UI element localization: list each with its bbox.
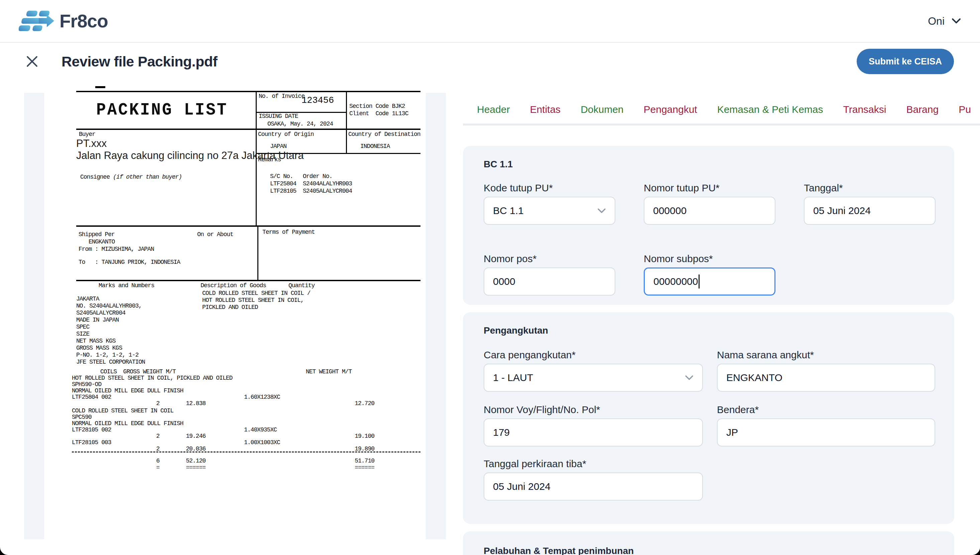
page-title: Review file Packing.pdf <box>61 53 217 70</box>
tab-dokumen[interactable]: Dokumen <box>581 104 623 125</box>
tanggal-input[interactable]: 05 Juni 2024 <box>804 197 935 225</box>
nomor-pos-label: Nomor pos* <box>484 253 615 265</box>
doc-col-desc: Description of Goods <box>201 282 266 289</box>
doc-qty-row: 220.03619.890 <box>72 446 420 452</box>
pdf-viewer-right-gutter[interactable] <box>426 93 446 539</box>
doc-issuing-value: OSAKA, May. 24, 2024 <box>267 120 333 127</box>
doc-buyer-name: PT.xxx <box>76 138 107 149</box>
doc-qty-row: 219.24619.100 <box>72 433 420 440</box>
titlebar: Review file Packing.pdf Submit ke CEISA <box>0 43 980 80</box>
kode-tutup-pu-label: Kode tutup PU* <box>484 182 615 194</box>
nama-sarana-angkut-label: Nama sarana angkut* <box>717 349 935 361</box>
user-menu[interactable]: Oni <box>928 15 961 27</box>
doc-buyer-label: Buyer <box>79 131 95 138</box>
tab-transaksi[interactable]: Transaksi <box>843 104 887 125</box>
doc-weights-left-header: COILS GROSS WEIGHT M/T <box>100 368 175 375</box>
doc-qty-row: HOT ROLLED STEEL SHEET IN COIL, PICKLED … <box>72 375 420 381</box>
doc-rule <box>76 91 420 92</box>
pdf-viewer-panel: PACKING LIST No. of Invoice 123456 ISSUI… <box>24 77 446 539</box>
doc-invoice-no: 123456 <box>301 96 334 106</box>
tab-pengangkut[interactable]: Pengangkut <box>644 104 697 125</box>
doc-rule <box>76 128 420 130</box>
nomor-voy-label: Nomor Voy/Flight/No. Pol* <box>484 404 703 416</box>
doc-rule <box>76 225 420 227</box>
app-window: Fr8co Oni Review file Packing.pdf Submit… <box>0 0 980 555</box>
bendera-input[interactable]: JP <box>717 419 935 446</box>
doc-shipped-label: Shipped Per <box>79 231 115 238</box>
doc-weights-right-header: NET WEIGHT M/T <box>306 368 352 375</box>
tab-barang[interactable]: Barang <box>906 104 938 125</box>
chevron-down-icon <box>597 208 606 213</box>
cara-pengangkutan-label: Cara pengangkutan* <box>484 349 703 361</box>
nomor-tutup-pu-input[interactable]: 000000 <box>644 197 776 225</box>
doc-desc-line: HOT ROLLED STEEL SHEET IN COIL, <box>202 297 304 303</box>
doc-marks-line: NO. S2404ALALYHR003, <box>76 303 142 309</box>
packing-list-document: PACKING LIST No. of Invoice 123456 ISSUI… <box>47 77 425 539</box>
submit-ceisa-button[interactable]: Submit ke CEISA <box>857 49 954 74</box>
doc-invoice-label: No. of Invoice <box>259 93 304 99</box>
doc-remarks-line: LTF25804 S2404ALALYHR003 <box>270 180 352 187</box>
doc-total-row: 652.12051.710 <box>72 457 420 464</box>
doc-qty-row: LTF25804 0021.60X1238XC <box>72 394 420 400</box>
doc-on-or-about-label: On or About <box>197 231 233 238</box>
doc-marks-line: S2405ALALYCR004 <box>76 310 126 316</box>
nomor-subpos-input[interactable]: 00000000 <box>644 268 776 295</box>
doc-marks-line: NET MASS KGS <box>76 338 116 344</box>
card-pelabuhan: Pelabuhan & Tempat penimbunan <box>463 531 954 555</box>
doc-issuing-label: ISSUING DATE <box>259 113 298 120</box>
doc-marks-line: SIZE <box>76 330 89 337</box>
kode-tutup-pu-select[interactable]: BC 1.1 <box>484 197 615 225</box>
doc-remarks-head: S/C No. Order No. <box>270 173 332 180</box>
fr8co-logo[interactable]: Fr8co <box>19 10 108 33</box>
doc-col-qty: Quantity <box>288 282 314 289</box>
card-pelabuhan-title: Pelabuhan & Tempat penimbunan <box>484 545 935 555</box>
nomor-tutup-pu-label: Nomor tutup PU* <box>644 182 776 194</box>
navbar: Fr8co Oni <box>0 0 980 43</box>
doc-from-line: From : MIZUSHIMA, JAPAN <box>79 246 154 252</box>
tab-kemasan-peti-kemas[interactable]: Kemasan & Peti Kemas <box>717 104 823 125</box>
tab-entitas[interactable]: Entitas <box>530 104 560 125</box>
doc-client-code: Client Code 1L13C <box>349 110 408 117</box>
doc-origin-label: Country of Origin <box>258 131 314 138</box>
doc-destination-label: Country of Destination <box>348 131 420 138</box>
bendera-label: Bendera* <box>717 404 935 416</box>
doc-shipped-value: ENGKANTO <box>89 239 115 245</box>
cara-pengangkutan-select[interactable]: 1 - LAUT <box>484 364 703 392</box>
doc-qty-row: NORMAL OILED MILL EDGE DULL FINISH <box>72 387 420 394</box>
doc-title: PACKING LIST <box>96 100 228 120</box>
doc-consignee-label: Consignee (if other than buyer) <box>80 174 182 180</box>
close-icon[interactable] <box>25 54 39 69</box>
doc-qty-row: SPC590 <box>72 414 420 420</box>
doc-origin-value: JAPAN <box>270 143 286 149</box>
doc-destination-value: INDONESIA <box>360 143 390 149</box>
doc-remarks-label: Remarks <box>258 156 281 163</box>
nama-sarana-angkut-input[interactable]: ENGKANTO <box>717 364 935 392</box>
card-bc11: BC 1.1 Kode tutup PU* BC 1.1 Nomor tutup… <box>463 146 954 305</box>
doc-to-line: To : TANJUNG PRIOK, INDONESIA <box>79 259 180 265</box>
doc-qty-row: NORMAL OILED MILL EDGE DULL FINISH <box>72 420 420 427</box>
pdf-viewer-left-gutter <box>24 93 44 539</box>
tab-header[interactable]: Header <box>477 104 510 125</box>
fr8co-logo-icon <box>19 10 54 33</box>
doc-rule <box>257 225 258 280</box>
doc-marks-line: JFE STEEL CORPORATION <box>76 359 145 365</box>
nomor-subpos-label: Nomor subpos* <box>644 253 776 265</box>
tanggal-tiba-label: Tanggal perkiraan tiba* <box>484 458 703 470</box>
chevron-down-icon <box>685 375 694 380</box>
doc-marks-line: P-NO. 1-2, 1-2, 1-2 <box>76 351 138 358</box>
doc-marks-line: JAKARTA <box>76 295 99 302</box>
pdf-page: PACKING LIST No. of Invoice 123456 ISSUI… <box>47 77 425 539</box>
doc-qty-row: 212.83812.720 <box>72 400 420 407</box>
doc-marks-line: SPEC <box>76 324 89 330</box>
card-bc11-title: BC 1.1 <box>484 159 935 170</box>
brand-name: Fr8co <box>60 10 108 32</box>
nomor-voy-input[interactable]: 179 <box>484 419 703 446</box>
tanggal-tiba-input[interactable]: 05 Juni 2024 <box>484 473 703 500</box>
card-pengangkutan-title: Pengangkutan <box>484 325 935 336</box>
doc-desc-line: PICKLED AND OILED <box>202 304 258 311</box>
doc-rule <box>346 91 347 153</box>
tab-pungutan-clipped[interactable]: Pu <box>959 104 971 125</box>
doc-marks-line: GROSS MASS KGS <box>76 345 122 351</box>
tanggal-label: Tanggal* <box>804 182 935 194</box>
nomor-pos-input[interactable]: 0000 <box>484 268 615 295</box>
